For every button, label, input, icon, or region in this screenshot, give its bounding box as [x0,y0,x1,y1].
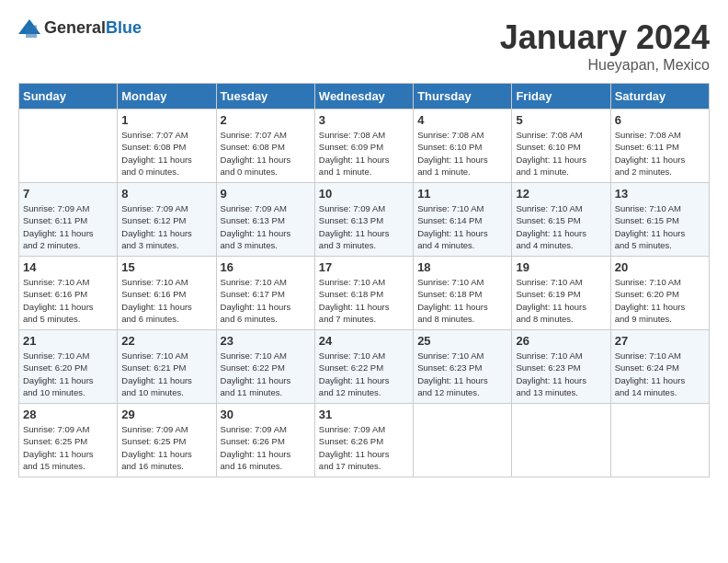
day-info: Sunrise: 7:10 AM Sunset: 6:19 PM Dayligh… [516,276,606,325]
calendar-cell: 24Sunrise: 7:10 AM Sunset: 6:22 PM Dayli… [314,330,413,404]
calendar-cell [512,404,610,477]
day-header-sunday: Sunday [19,84,118,109]
calendar-cell: 31Sunrise: 7:09 AM Sunset: 6:26 PM Dayli… [314,404,413,477]
svg-marker-1 [26,25,37,38]
day-header-thursday: Thursday [414,84,512,109]
calendar-cell: 21Sunrise: 7:10 AM Sunset: 6:20 PM Dayli… [19,330,118,404]
day-number: 5 [516,113,606,127]
calendar-week-3: 14Sunrise: 7:10 AM Sunset: 6:16 PM Dayli… [19,257,710,330]
calendar-cell: 22Sunrise: 7:10 AM Sunset: 6:21 PM Dayli… [118,330,216,404]
calendar-cell: 18Sunrise: 7:10 AM Sunset: 6:18 PM Dayli… [414,257,512,330]
day-number: 10 [319,187,409,201]
day-info: Sunrise: 7:10 AM Sunset: 6:16 PM Dayligh… [121,276,211,325]
day-info: Sunrise: 7:10 AM Sunset: 6:17 PM Dayligh… [221,276,311,325]
calendar-cell: 6Sunrise: 7:08 AM Sunset: 6:11 PM Daylig… [610,109,709,183]
day-info: Sunrise: 7:10 AM Sunset: 6:15 PM Dayligh… [516,202,606,251]
logo-general: General [44,18,106,37]
day-number: 17 [319,260,409,274]
calendar-cell [414,404,512,477]
calendar-cell: 14Sunrise: 7:10 AM Sunset: 6:16 PM Dayli… [19,257,118,330]
day-info: Sunrise: 7:09 AM Sunset: 6:13 PM Dayligh… [221,202,311,251]
calendar-cell: 28Sunrise: 7:09 AM Sunset: 6:25 PM Dayli… [19,404,118,477]
calendar-cell: 19Sunrise: 7:10 AM Sunset: 6:19 PM Dayli… [512,257,610,330]
day-number: 9 [221,187,311,201]
day-header-friday: Friday [512,84,610,109]
day-info: Sunrise: 7:10 AM Sunset: 6:23 PM Dayligh… [417,350,507,398]
day-number: 30 [221,408,311,421]
day-info: Sunrise: 7:10 AM Sunset: 6:16 PM Dayligh… [23,276,113,325]
day-info: Sunrise: 7:08 AM Sunset: 6:10 PM Dayligh… [516,129,606,178]
day-info: Sunrise: 7:07 AM Sunset: 6:08 PM Dayligh… [121,129,211,178]
day-number: 12 [516,187,606,201]
day-number: 23 [221,334,311,348]
calendar-week-1: 1Sunrise: 7:07 AM Sunset: 6:08 PM Daylig… [19,109,710,183]
day-info: Sunrise: 7:09 AM Sunset: 6:26 PM Dayligh… [319,423,409,472]
day-number: 13 [615,187,705,201]
day-header-tuesday: Tuesday [216,84,314,109]
logo: GeneralBlue [18,18,142,38]
day-number: 15 [121,260,211,274]
calendar-cell: 25Sunrise: 7:10 AM Sunset: 6:23 PM Dayli… [414,330,512,404]
calendar-cell: 16Sunrise: 7:10 AM Sunset: 6:17 PM Dayli… [216,257,314,330]
day-number: 20 [615,260,705,274]
calendar-cell: 3Sunrise: 7:08 AM Sunset: 6:09 PM Daylig… [314,109,413,183]
calendar-cell: 12Sunrise: 7:10 AM Sunset: 6:15 PM Dayli… [512,183,610,257]
calendar-cell: 30Sunrise: 7:09 AM Sunset: 6:26 PM Dayli… [216,404,314,477]
day-header-wednesday: Wednesday [314,84,413,109]
day-header-monday: Monday [118,84,216,109]
day-info: Sunrise: 7:09 AM Sunset: 6:25 PM Dayligh… [23,423,113,472]
day-number: 2 [221,113,311,127]
day-number: 26 [516,334,606,348]
calendar-cell: 10Sunrise: 7:09 AM Sunset: 6:13 PM Dayli… [314,183,413,257]
month-title: January 2024 [500,18,710,57]
day-number: 6 [615,113,705,127]
calendar-cell: 5Sunrise: 7:08 AM Sunset: 6:10 PM Daylig… [512,109,610,183]
day-number: 25 [417,334,507,348]
calendar-cell: 29Sunrise: 7:09 AM Sunset: 6:25 PM Dayli… [118,404,216,477]
day-number: 29 [121,408,211,421]
day-number: 31 [319,408,409,421]
day-info: Sunrise: 7:10 AM Sunset: 6:22 PM Dayligh… [221,350,311,398]
day-info: Sunrise: 7:10 AM Sunset: 6:15 PM Dayligh… [615,202,705,251]
calendar-cell: 23Sunrise: 7:10 AM Sunset: 6:22 PM Dayli… [216,330,314,404]
logo-text: GeneralBlue [44,18,142,38]
page-header: GeneralBlue January 2024 Hueyapan, Mexic… [18,18,710,74]
calendar-week-2: 7Sunrise: 7:09 AM Sunset: 6:11 PM Daylig… [19,183,710,257]
calendar-cell: 4Sunrise: 7:08 AM Sunset: 6:10 PM Daylig… [414,109,512,183]
day-info: Sunrise: 7:09 AM Sunset: 6:26 PM Dayligh… [221,423,311,472]
day-info: Sunrise: 7:10 AM Sunset: 6:24 PM Dayligh… [615,350,705,398]
calendar-cell [610,404,709,477]
day-number: 1 [121,113,211,127]
day-info: Sunrise: 7:09 AM Sunset: 6:25 PM Dayligh… [121,423,211,472]
location: Hueyapan, Mexico [500,57,710,74]
day-info: Sunrise: 7:09 AM Sunset: 6:11 PM Dayligh… [23,202,113,251]
calendar-cell: 11Sunrise: 7:10 AM Sunset: 6:14 PM Dayli… [414,183,512,257]
day-number: 8 [121,187,211,201]
day-info: Sunrise: 7:09 AM Sunset: 6:12 PM Dayligh… [121,202,211,251]
day-number: 24 [319,334,409,348]
day-number: 7 [23,187,113,201]
calendar-cell: 17Sunrise: 7:10 AM Sunset: 6:18 PM Dayli… [314,257,413,330]
calendar-cell: 7Sunrise: 7:09 AM Sunset: 6:11 PM Daylig… [19,183,118,257]
day-info: Sunrise: 7:07 AM Sunset: 6:08 PM Dayligh… [221,129,311,178]
calendar-cell: 27Sunrise: 7:10 AM Sunset: 6:24 PM Dayli… [610,330,709,404]
day-info: Sunrise: 7:10 AM Sunset: 6:21 PM Dayligh… [121,350,211,398]
day-header-saturday: Saturday [610,84,709,109]
day-number: 19 [516,260,606,274]
logo-icon [18,19,40,38]
calendar-week-5: 28Sunrise: 7:09 AM Sunset: 6:25 PM Dayli… [19,404,710,477]
calendar-cell: 15Sunrise: 7:10 AM Sunset: 6:16 PM Dayli… [118,257,216,330]
logo-blue: Blue [106,18,142,37]
day-info: Sunrise: 7:10 AM Sunset: 6:18 PM Dayligh… [319,276,409,325]
day-number: 22 [121,334,211,348]
calendar-week-4: 21Sunrise: 7:10 AM Sunset: 6:20 PM Dayli… [19,330,710,404]
day-number: 3 [319,113,409,127]
calendar-cell: 8Sunrise: 7:09 AM Sunset: 6:12 PM Daylig… [118,183,216,257]
day-info: Sunrise: 7:10 AM Sunset: 6:18 PM Dayligh… [417,276,507,325]
calendar-table: SundayMondayTuesdayWednesdayThursdayFrid… [18,83,710,477]
day-info: Sunrise: 7:09 AM Sunset: 6:13 PM Dayligh… [319,202,409,251]
calendar-cell: 2Sunrise: 7:07 AM Sunset: 6:08 PM Daylig… [216,109,314,183]
calendar-cell: 26Sunrise: 7:10 AM Sunset: 6:23 PM Dayli… [512,330,610,404]
calendar-cell: 20Sunrise: 7:10 AM Sunset: 6:20 PM Dayli… [610,257,709,330]
day-info: Sunrise: 7:10 AM Sunset: 6:14 PM Dayligh… [417,202,507,251]
